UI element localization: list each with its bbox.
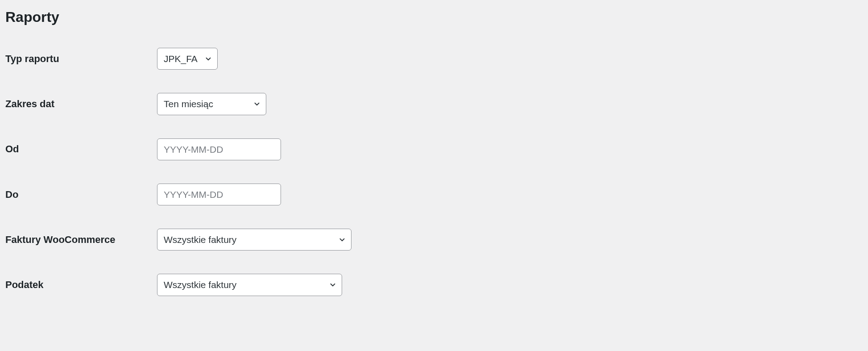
select-wrapper-report-type: JPK_FA	[157, 48, 218, 70]
page-title: Raporty	[5, 9, 863, 25]
label-date-to: Do	[5, 189, 157, 201]
label-date-range: Zakres dat	[5, 98, 157, 110]
label-invoices: Faktury WooCommerce	[5, 234, 157, 246]
select-wrapper-invoices: Wszystkie faktury	[157, 229, 351, 251]
label-tax: Podatek	[5, 279, 157, 291]
select-invoices[interactable]: Wszystkie faktury	[157, 229, 351, 251]
select-wrapper-date-range: Ten miesiąc	[157, 93, 266, 115]
row-date-range: Zakres dat Ten miesiąc	[5, 93, 863, 115]
row-tax: Podatek Wszystkie faktury	[5, 274, 863, 296]
select-report-type[interactable]: JPK_FA	[157, 48, 218, 70]
label-date-from: Od	[5, 143, 157, 155]
label-report-type: Typ raportu	[5, 53, 157, 65]
input-date-from[interactable]	[157, 138, 281, 160]
row-date-to: Do	[5, 184, 863, 205]
row-invoices: Faktury WooCommerce Wszystkie faktury	[5, 229, 863, 251]
select-wrapper-tax: Wszystkie faktury	[157, 274, 342, 296]
row-date-from: Od	[5, 138, 863, 160]
row-report-type: Typ raportu JPK_FA	[5, 48, 863, 70]
select-tax[interactable]: Wszystkie faktury	[157, 274, 342, 296]
select-date-range[interactable]: Ten miesiąc	[157, 93, 266, 115]
input-date-to[interactable]	[157, 184, 281, 205]
